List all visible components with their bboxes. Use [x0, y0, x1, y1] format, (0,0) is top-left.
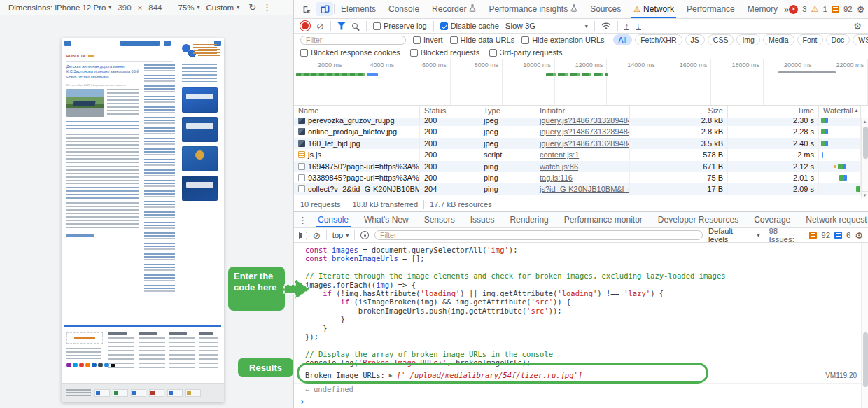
network-settings-gear-icon[interactable]: ⚙: [853, 21, 862, 31]
cell-name[interactable]: 93389845?page-url=https%3A%2F...: [294, 172, 420, 183]
sidebar-banner[interactable]: [182, 176, 218, 201]
social-icon[interactable]: [85, 363, 90, 367]
social-icon[interactable]: [73, 363, 78, 367]
zoom-dropdown[interactable]: 75% ▾: [178, 3, 200, 12]
scrollbar-thumb[interactable]: [863, 127, 868, 159]
checkbox-blocked-response-cookies[interactable]: Blocked response cookies: [300, 48, 400, 57]
checkbox-hide-data-urls[interactable]: Hide data URLs: [450, 36, 515, 44]
record-network-log-icon[interactable]: [302, 22, 309, 29]
cell-name[interactable]: collect?v=2&tid=G-K20NJB10BM&g...: [294, 183, 420, 195]
checkbox-invert[interactable]: Invert: [413, 36, 443, 44]
drawer-tab-coverage[interactable]: Coverage: [746, 212, 798, 227]
console-log-output-row[interactable]: Broken Image URLs: ▶ [' /upload/medialib…: [294, 367, 868, 384]
search-icon[interactable]: [352, 23, 358, 29]
devtools-tab-performance-insights[interactable]: Performance insights: [482, 0, 584, 18]
more-tabs-icon[interactable]: »: [784, 4, 789, 15]
initiator-link[interactable]: tag.js:116: [540, 174, 573, 182]
issues-icon[interactable]: [832, 6, 839, 13]
network-request-row[interactable]: js.js200scriptcontent.js:1578 B2 ms: [294, 149, 861, 160]
warning-count-icon[interactable]: ⚠: [811, 4, 819, 14]
social-icon[interactable]: [92, 363, 97, 367]
footer-app-badge[interactable]: [66, 332, 103, 344]
filter-pill-font[interactable]: Font: [797, 34, 823, 45]
scroll-up-icon[interactable]: ▲: [862, 118, 868, 125]
cell-name[interactable]: perevozka_gruzov_ru.jpg: [294, 118, 420, 126]
scrollbar-thumb[interactable]: [863, 332, 868, 387]
filter-pill-media[interactable]: Media: [763, 34, 794, 45]
sidebar-banner[interactable]: [182, 146, 218, 171]
device-toolbar-more-icon[interactable]: ⋮: [262, 2, 272, 13]
clear-network-log-icon[interactable]: ⊘: [316, 21, 324, 31]
import-har-icon[interactable]: ↑: [624, 22, 630, 30]
drawer-tab-performance-monitor[interactable]: Performance monitor: [556, 212, 650, 227]
throttling-dropdown[interactable]: Slow 3G ▾: [505, 22, 588, 30]
table-scrollbar[interactable]: ▲ ▼: [861, 118, 868, 198]
toggle-device-toolbar-icon[interactable]: [316, 2, 333, 16]
console-scrollbar[interactable]: [861, 243, 868, 408]
filter-funnel-icon[interactable]: [337, 22, 346, 30]
network-request-row[interactable]: perevozka_gruzov_ru.jpg200jpegjquery.js?…: [294, 118, 861, 126]
social-icon[interactable]: [98, 363, 103, 367]
column-header-name[interactable]: Name: [294, 106, 420, 118]
network-request-row[interactable]: 93389845?page-url=https%3A%2F...200pingt…: [294, 172, 861, 183]
column-header-status[interactable]: Status: [420, 106, 479, 118]
filter-pill-img[interactable]: Img: [736, 34, 760, 45]
filter-pill-css[interactable]: CSS: [708, 34, 734, 45]
console-messages[interactable]: const images = document.querySelectorAll…: [294, 243, 868, 408]
device-type-dropdown[interactable]: Dimensions: iPhone 12 Pro ▾: [8, 3, 111, 12]
network-request-row[interactable]: 16948750?page-url=https%3A%2F...200pingw…: [294, 161, 861, 172]
devtools-tab-network[interactable]: ⚠Network: [627, 0, 680, 18]
source-location-link[interactable]: VM119:20: [825, 372, 857, 379]
checkbox-3rd-party-requests[interactable]: 3rd-party requests: [489, 48, 562, 57]
column-header-initiator[interactable]: Initiator: [536, 106, 630, 118]
column-header-waterfall[interactable]: Waterfall ▲: [819, 106, 861, 118]
drawer-tab-what-s-new[interactable]: What's New: [356, 212, 416, 227]
devtools-tab-console[interactable]: Console: [382, 0, 426, 18]
read-more-link[interactable]: [66, 234, 94, 237]
article-photo[interactable]: [66, 89, 104, 117]
settings-gear-icon[interactable]: ⚙: [857, 4, 865, 15]
drawer-menu-icon[interactable]: ⋮: [298, 215, 307, 225]
cell-name[interactable]: js.js: [294, 149, 420, 160]
console-filter-input[interactable]: [374, 230, 703, 240]
social-icon[interactable]: [66, 363, 71, 367]
clear-console-icon[interactable]: ⊘: [313, 230, 321, 241]
column-header-type[interactable]: Type: [479, 106, 536, 118]
live-expression-eye-icon[interactable]: [360, 231, 369, 239]
preserve-log-checkbox[interactable]: Preserve log: [373, 22, 427, 30]
device-width-input[interactable]: 390: [118, 3, 131, 12]
sort-ascending-icon[interactable]: ▲: [854, 108, 859, 113]
drawer-tab-console[interactable]: Console: [310, 212, 356, 227]
throttle-mode-dropdown[interactable]: Custom ▾: [206, 3, 240, 12]
network-overview-timeline[interactable]: 2000 ms4000 ms6000 ms8000 ms10000 ms1200…: [294, 59, 868, 106]
drawer-tab-rendering[interactable]: Rendering: [502, 212, 556, 227]
drawer-tab-network-request-blocking[interactable]: Network request blocking: [798, 212, 868, 227]
network-request-row[interactable]: 160_let_bjd.jpg200jpegjquery.js?14867313…: [294, 138, 861, 149]
checkbox-hide-extension-urls[interactable]: Hide extension URLs: [522, 36, 604, 44]
column-header-time[interactable]: Time: [728, 106, 819, 118]
article-headline-link[interactable]: Детская железная дорога имени К.С.Заслон…: [66, 64, 139, 79]
drawer-tab-issues[interactable]: Issues: [463, 212, 503, 227]
filter-pill-js[interactable]: JS: [685, 34, 705, 45]
expand-array-icon[interactable]: ▶: [389, 372, 393, 379]
initiator-link[interactable]: jquery.js?148673132894840:4: [540, 118, 630, 125]
social-icon[interactable]: [79, 363, 84, 367]
devtools-tab-memory[interactable]: Memory: [741, 0, 784, 18]
cell-name[interactable]: online_prodaja_biletov.jpg: [294, 126, 420, 137]
filter-pill-ws[interactable]: WS: [853, 34, 868, 45]
console-settings-gear-icon[interactable]: ⚙: [855, 230, 863, 241]
array-preview[interactable]: [' /upload/medialibrary/54f/tizer.ru.jpg…: [397, 371, 583, 379]
initiator-link[interactable]: js?id=G-K20NJB10BM&l=da...: [540, 185, 630, 193]
initiator-link[interactable]: watch.js:86: [540, 162, 578, 171]
console-sidebar-icon[interactable]: [299, 232, 307, 239]
devtools-tab-elements[interactable]: Elements: [335, 0, 382, 18]
filter-pill-doc[interactable]: Doc: [826, 34, 850, 45]
error-count-icon[interactable]: ×: [789, 5, 798, 14]
execution-context-dropdown[interactable]: top ▾: [332, 231, 349, 239]
filter-pill-fetch-xhr[interactable]: Fetch/XHR: [635, 34, 682, 45]
disable-cache-checkbox[interactable]: Disable cache: [440, 22, 499, 30]
devtools-tab-sources[interactable]: Sources: [584, 0, 627, 18]
column-header-size[interactable]: Size: [630, 106, 728, 118]
device-height-input[interactable]: 844: [148, 3, 162, 12]
network-request-row[interactable]: collect?v=2&tid=G-K20NJB10BM&g...204ping…: [294, 183, 861, 195]
